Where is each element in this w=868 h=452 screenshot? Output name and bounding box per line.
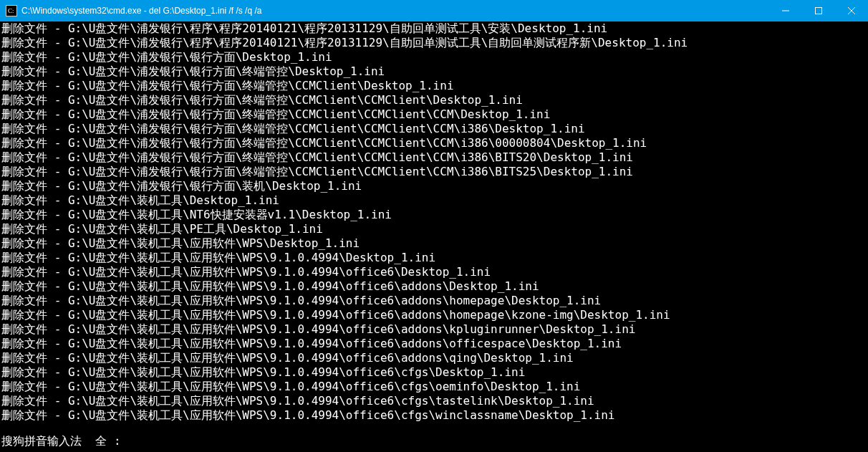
console-line: 删除文件 - G:\U盘文件\装机工具\NT6快捷安装器v1.1\Desktop… (1, 208, 867, 222)
console-line: 删除文件 - G:\U盘文件\浦发银行\银行方面\终端管控\CCMClient\… (1, 150, 867, 165)
svg-text:C:: C: (8, 7, 14, 14)
console-line: 删除文件 - G:\U盘文件\装机工具\应用软件\WPS\9.1.0.4994\… (1, 322, 867, 337)
console-line: 删除文件 - G:\U盘文件\装机工具\应用软件\WPS\9.1.0.4994\… (1, 294, 867, 308)
console-line: 删除文件 - G:\U盘文件\浦发银行\银行方面\终端管控\CCMClient\… (1, 136, 867, 150)
console-line: 删除文件 - G:\U盘文件\装机工具\应用软件\WPS\9.1.0.4994\… (1, 380, 867, 394)
console-line: 删除文件 - G:\U盘文件\装机工具\应用软件\WPS\9.1.0.4994\… (1, 279, 867, 294)
console-line: 删除文件 - G:\U盘文件\装机工具\应用软件\WPS\9.1.0.4994\… (1, 408, 867, 423)
console-line: 删除文件 - G:\U盘文件\浦发银行\银行方面\终端管控\CCMClient\… (1, 122, 867, 136)
console-line: 删除文件 - G:\U盘文件\装机工具\PE工具\Desktop_1.ini (1, 222, 867, 236)
console-line: 删除文件 - G:\U盘文件\装机工具\应用软件\WPS\9.1.0.4994\… (1, 351, 867, 365)
console-line: 删除文件 - G:\U盘文件\浦发银行\银行方面\终端管控\CCMClient\… (1, 165, 867, 179)
cmd-window: C: C:\Windows\system32\cmd.exe - del G:\… (0, 0, 868, 452)
maximize-button[interactable] (802, 0, 835, 21)
console-line: 删除文件 - G:\U盘文件\浦发银行\程序\程序20140121\程序2013… (1, 21, 867, 36)
titlebar[interactable]: C: C:\Windows\system32\cmd.exe - del G:\… (0, 0, 868, 21)
close-button[interactable] (835, 0, 868, 21)
console-line: 删除文件 - G:\U盘文件\浦发银行\程序\程序20140121\程序2013… (1, 36, 867, 50)
console-line: 删除文件 - G:\U盘文件\装机工具\应用软件\WPS\9.1.0.4994\… (1, 251, 867, 265)
svg-rect-3 (816, 8, 822, 14)
console-line: 删除文件 - G:\U盘文件\装机工具\应用软件\WPS\9.1.0.4994\… (1, 265, 867, 279)
window-controls (769, 0, 868, 21)
window-title: C:\Windows\system32\cmd.exe - del G:\Des… (21, 0, 769, 21)
cmd-icon: C: (6, 5, 17, 16)
console-line: 删除文件 - G:\U盘文件\装机工具\Desktop_1.ini (1, 193, 867, 208)
console-line: 删除文件 - G:\U盘文件\浦发银行\银行方面\终端管控\CCMClient\… (1, 79, 867, 93)
console-line: 删除文件 - G:\U盘文件\浦发银行\银行方面\Desktop_1.ini (1, 50, 867, 64)
ime-status-line: 搜狗拼音输入法 全 : (1, 434, 867, 448)
console-line: 删除文件 - G:\U盘文件\装机工具\应用软件\WPS\9.1.0.4994\… (1, 308, 867, 322)
console-line: 删除文件 - G:\U盘文件\浦发银行\银行方面\终端管控\CCMClient\… (1, 93, 867, 107)
console-line: 删除文件 - G:\U盘文件\装机工具\应用软件\WPS\9.1.0.4994\… (1, 365, 867, 380)
minimize-button[interactable] (769, 0, 802, 21)
console-output[interactable]: 删除文件 - G:\U盘文件\浦发银行\程序\程序20140121\程序2013… (0, 21, 868, 452)
console-line: 删除文件 - G:\U盘文件\浦发银行\银行方面\终端管控\CCMClient\… (1, 107, 867, 122)
console-line: 删除文件 - G:\U盘文件\装机工具\应用软件\WPS\Desktop_1.i… (1, 236, 867, 251)
console-line: 删除文件 - G:\U盘文件\浦发银行\银行方面\终端管控\Desktop_1.… (1, 64, 867, 79)
console-line: 删除文件 - G:\U盘文件\装机工具\应用软件\WPS\9.1.0.4994\… (1, 337, 867, 351)
console-line: 删除文件 - G:\U盘文件\装机工具\应用软件\WPS\9.1.0.4994\… (1, 394, 867, 408)
console-line: 删除文件 - G:\U盘文件\浦发银行\银行方面\装机\Desktop_1.in… (1, 179, 867, 193)
